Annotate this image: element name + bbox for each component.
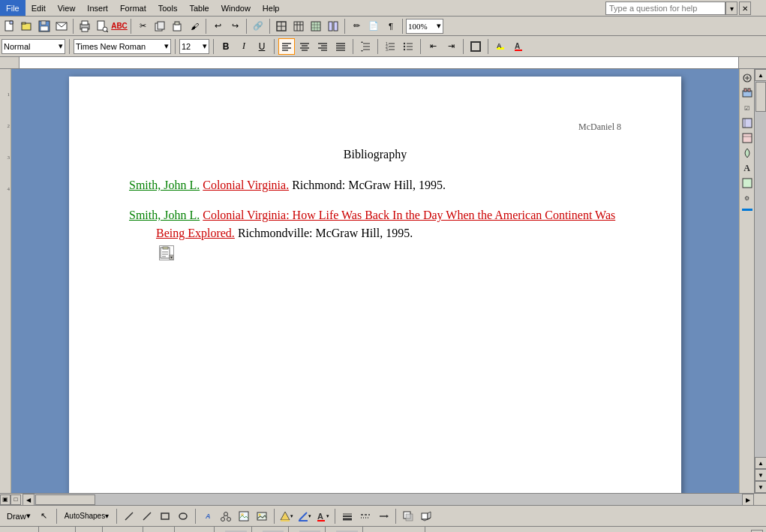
wordart-button[interactable]: A: [200, 508, 216, 524]
page-header: McDaniel 8: [129, 122, 621, 133]
menu-window[interactable]: Window: [215, 0, 257, 16]
fill-color-button[interactable]: ▾: [278, 508, 295, 524]
copy-button[interactable]: [152, 18, 168, 35]
paste-button[interactable]: [169, 18, 185, 35]
clipart-button[interactable]: [236, 508, 252, 524]
dash-style-button[interactable]: [357, 508, 374, 524]
sidebar-icon-6[interactable]: [741, 147, 753, 159]
insert-excel-button[interactable]: [308, 18, 324, 35]
autoshapes-button[interactable]: AutoShapes ▾: [61, 508, 113, 524]
menu-help[interactable]: Help: [257, 0, 286, 16]
paste-options-icon[interactable]: ▾: [159, 245, 174, 260]
hscroll-right-button[interactable]: ▶: [742, 494, 754, 506]
print-layout-button[interactable]: □: [11, 494, 21, 505]
line-color-button[interactable]: ▾: [296, 508, 313, 524]
decrease-indent-button[interactable]: ⇤: [425, 38, 441, 55]
underline-button[interactable]: U: [254, 38, 270, 55]
sidebar-icon-9[interactable]: ⚙: [741, 192, 753, 204]
hscroll-left-button[interactable]: ◀: [23, 494, 35, 506]
open-button[interactable]: [19, 18, 35, 35]
sidebar-icon-4[interactable]: [741, 117, 753, 129]
new-button[interactable]: [2, 18, 18, 35]
font-color-button[interactable]: A: [510, 38, 527, 55]
help-close-btn[interactable]: ✕: [739, 2, 751, 15]
sidebar-icon-3[interactable]: ☑: [741, 102, 753, 114]
scroll-track[interactable]: [755, 81, 766, 457]
help-input[interactable]: [605, 2, 725, 15]
cut-button[interactable]: ✂: [134, 18, 151, 35]
outside-border-button[interactable]: [467, 38, 484, 55]
document-scroll-area[interactable]: McDaniel 8 Bibliography Smith, John L. C…: [11, 69, 739, 493]
scroll-thumb[interactable]: [755, 82, 766, 112]
line-tool-button[interactable]: [121, 508, 137, 524]
help-arrow-btn[interactable]: ▾: [725, 2, 737, 15]
diagram-button[interactable]: [218, 508, 234, 524]
columns-button[interactable]: [325, 18, 341, 35]
increase-indent-button[interactable]: ⇥: [443, 38, 459, 55]
hyperlink-button[interactable]: 🔗: [250, 18, 266, 35]
select-objects-button[interactable]: ↖: [36, 508, 53, 524]
save-button[interactable]: [36, 18, 53, 35]
line-style-button[interactable]: [339, 508, 356, 524]
redo-button[interactable]: ↪: [227, 18, 243, 35]
justify-button[interactable]: [332, 38, 349, 55]
bib-entry-1-text: Smith, John L. Colonial Virginia. Richmo…: [129, 176, 621, 194]
font-dropdown[interactable]: Times New Roman▾: [74, 39, 171, 54]
menu-file[interactable]: File: [0, 0, 26, 16]
sidebar-icon-5[interactable]: [741, 132, 753, 144]
sidebar-icon-1[interactable]: [741, 72, 753, 84]
undo-button[interactable]: ↩: [209, 18, 226, 35]
scroll-up-button[interactable]: ▲: [755, 69, 766, 81]
svg-line-12: [107, 31, 108, 32]
arrow-style-button[interactable]: [375, 508, 392, 524]
insert-table-button[interactable]: [290, 18, 307, 35]
doc-map-button[interactable]: 📄: [365, 18, 382, 35]
style-dropdown[interactable]: Normal▾: [2, 39, 65, 54]
print-preview-button[interactable]: [94, 18, 110, 35]
menu-table[interactable]: Table: [183, 0, 215, 16]
rectangle-tool-button[interactable]: [157, 508, 173, 524]
oval-tool-button[interactable]: [175, 508, 191, 524]
align-right-button[interactable]: [314, 38, 331, 55]
print-button[interactable]: [77, 18, 93, 35]
show-hide-button[interactable]: ¶: [383, 18, 399, 35]
sidebar-icon-8[interactable]: [741, 177, 753, 189]
hscroll-thumb[interactable]: [35, 494, 95, 505]
drawing-button[interactable]: ✏: [348, 18, 365, 35]
arrow-tool-button[interactable]: [139, 508, 155, 524]
menu-insert[interactable]: Insert: [81, 0, 114, 16]
draw-menu-button[interactable]: Draw ▾: [3, 508, 35, 524]
sidebar-icon-2[interactable]: [741, 87, 753, 99]
scroll-prev-page-button[interactable]: ▲: [755, 457, 766, 469]
size-dropdown[interactable]: 12▾: [179, 39, 209, 54]
line-spacing-button[interactable]: [357, 38, 374, 55]
font-color-2-button[interactable]: A ▾: [314, 508, 331, 524]
bulleted-list-button[interactable]: [400, 38, 416, 55]
bold-button[interactable]: B: [218, 38, 234, 55]
zoom-dropdown[interactable]: 100%▾: [406, 19, 443, 34]
toolbar-separator-5: [269, 19, 270, 34]
hscroll-track[interactable]: [35, 494, 742, 505]
email-button[interactable]: [53, 18, 70, 35]
scroll-next-page-button[interactable]: ▼: [755, 469, 766, 481]
shadow-button[interactable]: [400, 508, 416, 524]
scroll-down-button[interactable]: ▼: [755, 481, 766, 493]
normal-view-button[interactable]: ▣: [0, 494, 11, 505]
spell-check-button[interactable]: ABC: [111, 18, 128, 35]
numbered-list-button[interactable]: 1.2.3.: [382, 38, 398, 55]
format-painter-button[interactable]: 🖌: [186, 18, 203, 35]
threed-button[interactable]: [418, 508, 434, 524]
status-rec: REC: [221, 527, 252, 532]
align-left-button[interactable]: [278, 38, 295, 55]
menu-tools[interactable]: Tools: [152, 0, 184, 16]
align-center-button[interactable]: [296, 38, 313, 55]
menu-format[interactable]: Format: [114, 0, 152, 16]
insert-picture-button[interactable]: [254, 508, 270, 524]
menu-edit[interactable]: Edit: [26, 0, 52, 16]
highlight-button[interactable]: A: [492, 38, 509, 55]
menu-view[interactable]: View: [52, 0, 82, 16]
italic-button[interactable]: I: [236, 38, 252, 55]
sidebar-icon-7[interactable]: A: [741, 162, 753, 174]
status-macro-button[interactable]: ✕: [751, 530, 763, 533]
tables-borders-button[interactable]: [273, 18, 290, 35]
